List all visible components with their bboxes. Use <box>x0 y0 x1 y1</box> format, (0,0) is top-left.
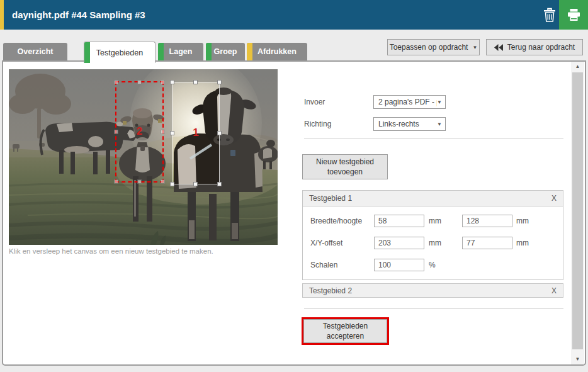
invoer-select[interactable]: 2 pagina's PDF - p1 ▼ <box>373 95 446 109</box>
scrollbar[interactable]: ▲ ▼ <box>571 62 584 364</box>
close-icon[interactable]: X <box>551 286 557 295</box>
chevron-down-icon: ▼ <box>437 121 445 127</box>
resize-handle[interactable] <box>137 179 142 184</box>
xy-offset-label: X/Y-offset <box>310 237 342 249</box>
x-offset-input[interactable] <box>374 237 424 249</box>
divider <box>304 308 563 309</box>
resize-handle[interactable] <box>170 80 174 84</box>
resize-handle[interactable] <box>114 130 118 134</box>
titlebar-accent-stripe <box>0 0 4 30</box>
resize-handle[interactable] <box>170 182 174 186</box>
schalen-label: Schalen <box>310 259 337 271</box>
resize-handle[interactable] <box>161 130 165 134</box>
region-number-label: 1 <box>172 127 219 139</box>
resize-handle[interactable] <box>114 80 118 84</box>
scroll-up-icon[interactable]: ▲ <box>571 62 584 72</box>
testgebied-1-region[interactable]: 1 <box>172 82 220 184</box>
invoer-value: 2 pagina's PDF - p1 <box>374 98 437 106</box>
delete-button[interactable] <box>540 6 559 24</box>
tab-status-stripe <box>158 43 164 60</box>
sampling-window: daynight.pdf #44 Sampling #3 Toepassen o… <box>0 0 588 372</box>
tab-label: Overzicht <box>18 47 54 56</box>
tab-groep[interactable]: Groep <box>206 43 245 60</box>
titlebar: daynight.pdf #44 Sampling #3 <box>0 0 588 30</box>
tab-status-stripe <box>247 43 252 60</box>
accept-highlight-box: Testgebieden accepteren <box>302 317 389 345</box>
testgebied-2-region[interactable]: 2 <box>115 81 164 183</box>
invoer-label: Invoer <box>304 95 325 109</box>
tab-label: Lagen <box>169 47 193 56</box>
tab-label: Testgebieden <box>96 48 143 57</box>
testgebied-1-header[interactable]: Testgebied 1 X <box>303 191 563 206</box>
tab-lagen[interactable]: Lagen <box>158 43 203 60</box>
x-offset-unit: mm <box>429 237 441 249</box>
tab-bar: Overzicht Testgebieden Lagen Groep Afdru… <box>0 42 588 62</box>
print-button[interactable] <box>559 0 588 30</box>
resize-handle[interactable] <box>193 182 198 186</box>
y-offset-input[interactable] <box>462 237 512 249</box>
close-icon[interactable]: X <box>551 194 557 203</box>
resize-handle[interactable] <box>161 179 165 184</box>
resize-handle[interactable] <box>137 80 142 84</box>
tab-label: Groep <box>214 47 237 56</box>
richting-label: Richting <box>304 117 331 131</box>
testgebied-1-title: Testgebied 1 <box>309 194 352 203</box>
breedte-input[interactable] <box>374 215 424 227</box>
resize-handle[interactable] <box>217 80 222 84</box>
scroll-down-icon[interactable]: ▼ <box>571 354 584 364</box>
y-offset-unit: mm <box>516 237 529 249</box>
tab-label: Afdrukken <box>257 47 297 56</box>
tab-status-stripe <box>206 43 212 60</box>
richting-select[interactable]: Links-rechts ▼ <box>373 117 446 131</box>
breedte-unit: mm <box>429 215 441 227</box>
testgebied-2-title: Testgebied 2 <box>309 286 352 295</box>
canvas-hint: Klik en versleep het canvas om een nieuw… <box>9 247 213 255</box>
accept-testgebieden-button[interactable]: Testgebieden accepteren <box>303 319 387 343</box>
scrollbar-thumb[interactable] <box>572 72 583 349</box>
tab-overzicht[interactable]: Overzicht <box>3 43 67 60</box>
region-number-label: 2 <box>116 125 162 138</box>
breedte-hoogte-label: Breedte/hoogte <box>310 215 362 227</box>
trash-icon <box>543 8 556 22</box>
hoogte-unit: mm <box>516 215 529 227</box>
resize-handle[interactable] <box>217 131 222 135</box>
richting-value: Links-rechts <box>374 120 419 128</box>
testgebied-2-panel[interactable]: Testgebied 2 X <box>302 283 563 298</box>
preview-canvas[interactable]: 2 1 <box>9 69 278 245</box>
schalen-input[interactable] <box>374 259 424 271</box>
resize-handle[interactable] <box>193 80 198 84</box>
resize-handle[interactable] <box>161 80 165 84</box>
resize-handle[interactable] <box>170 131 174 135</box>
new-testgebied-button[interactable]: Nieuw testgebied toevoegen <box>302 154 388 179</box>
print-icon <box>567 8 581 21</box>
tab-testgebieden[interactable]: Testgebieden <box>84 42 155 63</box>
tab-status-stripe <box>84 42 90 63</box>
chevron-down-icon: ▼ <box>437 99 445 105</box>
hoogte-input[interactable] <box>462 215 512 227</box>
resize-handle[interactable] <box>217 182 222 186</box>
testgebied-1-panel: Testgebied 1 X Breedte/hoogte mm mm X/Y-… <box>302 190 563 280</box>
window-title: daynight.pdf #44 Sampling #3 <box>12 0 145 30</box>
resize-handle[interactable] <box>114 179 118 184</box>
schalen-unit: % <box>429 259 436 271</box>
tab-afdrukken[interactable]: Afdrukken <box>247 43 307 60</box>
divider <box>304 138 563 139</box>
